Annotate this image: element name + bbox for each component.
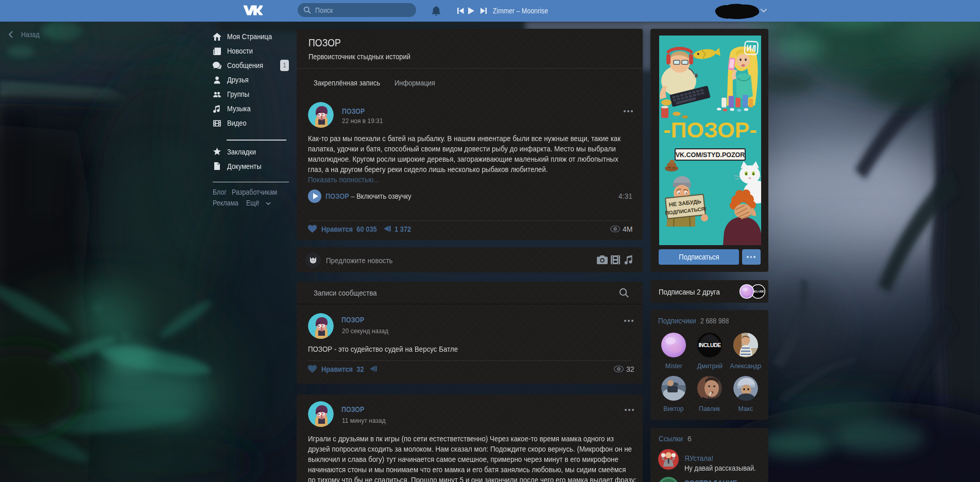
svg-text:VK.COM/STYD.POZOR: VK.COM/STYD.POZOR [676,151,745,159]
svg-text:-ПОЗОР-: -ПОЗОР- [663,117,757,142]
